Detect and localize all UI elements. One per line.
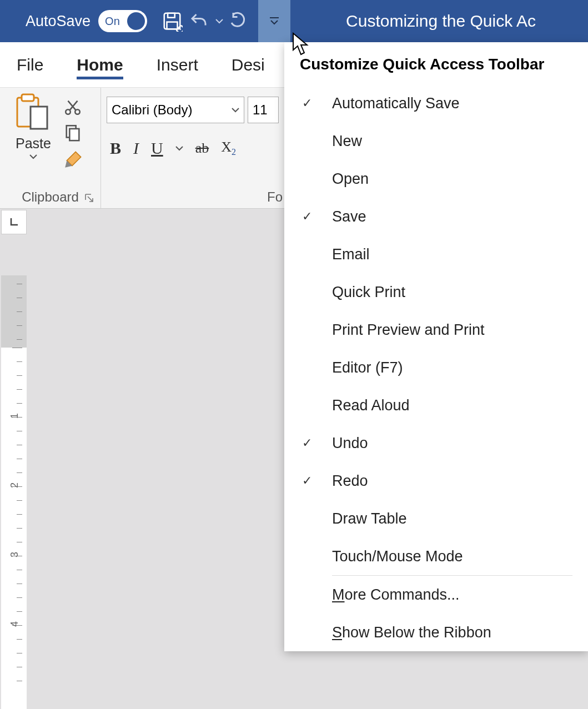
svg-rect-10 <box>69 129 79 140</box>
check-icon: ✓ <box>302 209 332 224</box>
check-icon: ✓ <box>302 474 332 488</box>
undo-dropdown-icon[interactable] <box>214 9 225 33</box>
clipboard-dialog-launcher-icon[interactable] <box>84 193 95 204</box>
customize-qat-menu: Customize Quick Access Toolbar ✓ Automat… <box>284 42 588 651</box>
strikethrough-button[interactable]: ab <box>195 140 209 157</box>
paste-button[interactable]: Paste <box>6 93 61 170</box>
tab-home[interactable]: Home <box>60 42 139 87</box>
autosave-switch-knob <box>127 12 145 30</box>
menu-item-email[interactable]: Email <box>284 235 588 273</box>
menu-item-draw-table[interactable]: Draw Table <box>284 500 588 537</box>
subscript-button[interactable]: X2 <box>221 139 236 157</box>
font-size-combo[interactable]: 11 <box>248 97 279 123</box>
tab-selector[interactable] <box>1 210 27 234</box>
bold-button[interactable]: B <box>110 139 121 158</box>
menu-item-touch-mouse-mode[interactable]: Touch/Mouse Mode <box>284 537 588 575</box>
menu-item-new[interactable]: New <box>284 122 588 160</box>
chevron-down-icon <box>232 107 239 113</box>
menu-item-show-below-ribbon[interactable]: Show Below the Ribbon <box>284 614 588 651</box>
save-icon[interactable] <box>160 9 184 33</box>
ruler-number: 3 <box>9 552 21 557</box>
paste-label: Paste <box>16 135 51 152</box>
menu-item-undo[interactable]: ✓ Undo <box>284 424 588 462</box>
format-painter-icon[interactable] <box>63 148 84 170</box>
ruler-number: 1 <box>9 413 21 419</box>
check-icon: ✓ <box>302 436 332 450</box>
title-bar: AutoSave On <box>0 0 588 42</box>
clipboard-group: Paste <box>0 88 101 208</box>
autosave-switch-text: On <box>105 15 120 28</box>
menu-item-print-preview-and-print[interactable]: Print Preview and Print <box>284 311 588 349</box>
font-size-value: 11 <box>253 102 268 118</box>
font-name-value: Calibri (Body) <box>112 102 192 118</box>
svg-rect-5 <box>22 94 34 101</box>
tab-design[interactable]: Desi <box>215 42 282 87</box>
menu-item-automatically-save[interactable]: ✓ Automatically Save <box>284 84 588 122</box>
italic-button[interactable]: I <box>133 139 139 158</box>
menu-item-open[interactable]: Open <box>284 160 588 198</box>
paste-icon <box>14 93 53 134</box>
menu-item-redo[interactable]: ✓ Redo <box>284 462 588 500</box>
underline-dropdown-icon[interactable] <box>175 145 183 151</box>
autosave-switch[interactable]: On <box>98 10 147 32</box>
menu-item-save[interactable]: ✓ Save <box>284 198 588 235</box>
menu-item-editor[interactable]: Editor (F7) <box>284 349 588 386</box>
vertical-ruler[interactable]: 1 2 3 4 <box>1 275 27 709</box>
tab-insert[interactable]: Insert <box>140 42 215 87</box>
cut-icon[interactable] <box>63 97 84 118</box>
chevron-down-icon[interactable] <box>29 154 38 159</box>
menu-item-quick-print[interactable]: Quick Print <box>284 273 588 311</box>
quick-access-toolbar <box>160 9 252 33</box>
ruler-number: 2 <box>9 482 21 488</box>
tab-file[interactable]: File <box>0 42 60 87</box>
svg-rect-2 <box>167 22 178 29</box>
font-name-combo[interactable]: Calibri (Body) <box>107 97 244 123</box>
font-group: Calibri (Body) 11 B I U ab X2 Fo <box>101 88 290 208</box>
customize-qat-button[interactable] <box>258 0 290 42</box>
autosave-label: AutoSave <box>26 13 91 30</box>
undo-icon[interactable] <box>187 9 210 33</box>
document-title: Customizing the Quick Ac <box>346 12 536 31</box>
copy-icon[interactable] <box>63 122 84 143</box>
font-group-label: Fo <box>101 189 289 205</box>
svg-rect-6 <box>31 107 47 129</box>
underline-button[interactable]: U <box>151 139 163 158</box>
customize-qat-menu-title: Customize Quick Access Toolbar <box>284 42 588 84</box>
svg-rect-1 <box>168 13 175 18</box>
menu-item-read-aloud[interactable]: Read Aloud <box>284 386 588 424</box>
menu-item-more-commands[interactable]: More Commands... <box>284 576 588 614</box>
autosave-toggle[interactable]: AutoSave On <box>0 10 147 32</box>
clipboard-group-label: Clipboard <box>22 189 79 205</box>
check-icon: ✓ <box>302 96 332 110</box>
redo-icon[interactable] <box>228 9 252 33</box>
ruler-number: 4 <box>9 621 21 627</box>
